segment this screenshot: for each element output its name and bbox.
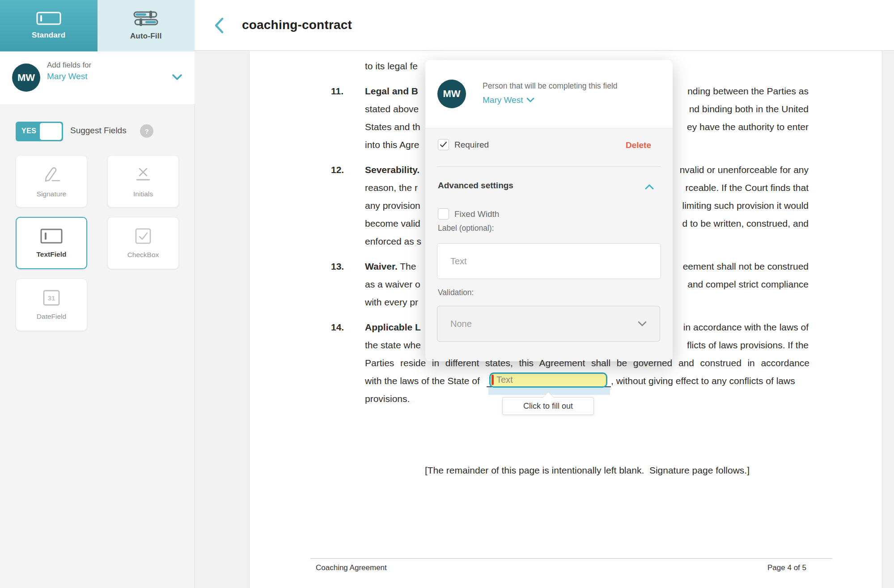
document-line: provisions. — [365, 393, 410, 404]
document-viewer: Text Click to fill out [The remainder of… — [195, 51, 894, 588]
page-footer-right: Page 4 of 5 — [767, 563, 806, 572]
required-checkbox[interactable] — [438, 139, 449, 150]
document-line: stated above — [365, 104, 419, 114]
sidebar: Standard Auto-Fill MW Add fiel — [0, 0, 195, 588]
document-line: States and th — [365, 122, 420, 132]
label-optional-caption: Label (optional): — [438, 224, 494, 233]
signer-selector[interactable]: MW Add fields for Mary West — [0, 51, 195, 104]
text-cursor — [491, 375, 494, 385]
tab-auto-fill[interactable]: Auto-Fill — [97, 0, 195, 51]
document-line: nd binding both in the United — [689, 104, 809, 114]
document-line: 14.Applicable L — [331, 322, 421, 332]
field-button-initials[interactable]: Initials — [107, 155, 179, 207]
tab-auto-fill-label: Auto-Fill — [130, 32, 162, 41]
document-line: nding between the Parties as — [687, 86, 809, 96]
avatar: MW — [12, 63, 40, 92]
tab-standard-label: Standard — [32, 31, 65, 40]
page-footer-left: Coaching Agreement — [316, 563, 387, 572]
field-button-label: Initials — [133, 190, 153, 198]
page-footer-divider — [310, 558, 832, 559]
required-label: Required — [454, 140, 489, 150]
document-line: 13.Waiver. The — [331, 261, 416, 271]
field-button-label: CheckBox — [127, 251, 159, 259]
field-button-label: TextField — [37, 250, 67, 258]
document-line: flicts of laws provisions. If the — [687, 340, 809, 350]
label-input[interactable]: Text — [437, 243, 661, 279]
document-line: 11.Legal and B — [331, 86, 418, 96]
assignee-label: Person that will be completing this fiel… — [483, 81, 618, 91]
field-button-label: Signature — [37, 190, 66, 198]
toggle-state-label: YES — [21, 127, 37, 135]
document-line: rceable. If the Court finds that — [686, 182, 809, 193]
field-tooltip: Click to fill out — [502, 397, 594, 415]
avatar: MW — [437, 80, 466, 108]
chevron-down-icon — [638, 319, 647, 329]
document-line: to its legal fe — [365, 61, 418, 71]
document-line: become valid — [365, 218, 420, 228]
validation-select-value: None — [450, 319, 472, 329]
back-chevron-icon[interactable] — [214, 17, 225, 36]
document-line: reason, the r — [365, 182, 418, 193]
document-line: into this Agre — [365, 140, 419, 150]
document-page: Text Click to fill out [The remainder of… — [249, 51, 882, 588]
tab-standard[interactable]: Standard — [0, 0, 97, 51]
document-line: as a waiver o — [365, 279, 420, 289]
sliders-icon — [133, 11, 158, 28]
document-line: in accordance with the laws of — [683, 322, 809, 332]
chevron-down-icon — [526, 95, 534, 105]
document-line: eement shall not be construed — [683, 261, 809, 271]
document-line: limiting such provision it would — [682, 200, 809, 211]
field-button-textfield[interactable]: TextField — [16, 217, 87, 269]
document-line: enforced as s — [365, 236, 421, 246]
divider — [437, 166, 661, 167]
field-button-signature[interactable]: Signature — [16, 155, 87, 207]
document-line: d to be written, construed, and — [682, 218, 809, 228]
delete-button[interactable]: Delete — [626, 140, 651, 150]
textfield-icon — [36, 12, 61, 27]
suggest-fields-toggle[interactable]: YES — [16, 122, 63, 141]
toggle-knob — [40, 123, 62, 140]
document-text-field-value: Text — [496, 375, 513, 385]
document-text-field[interactable]: Text — [489, 372, 607, 388]
checkbox-icon — [134, 228, 153, 246]
document-line: Parties reside in different states, this… — [365, 358, 809, 368]
top-bar: coaching-contract — [195, 0, 894, 51]
suggest-fields-label: Suggest Fields — [70, 126, 127, 135]
field-button-checkbox[interactable]: CheckBox — [107, 217, 179, 269]
field-tooltip-label: Click to fill out — [523, 402, 573, 411]
popup-header: MW Person that will be completing this f… — [425, 60, 673, 128]
assignee-name: Mary West — [483, 95, 523, 105]
document-line: 12.Severability. — [331, 165, 419, 175]
tooltip-caret — [543, 392, 554, 398]
field-button-datefield[interactable]: 31 DateField — [16, 279, 87, 331]
chevron-up-icon[interactable] — [645, 183, 654, 191]
validation-caption: Validation: — [438, 288, 474, 297]
field-settings-popup: MW Person that will be completing this f… — [425, 60, 673, 361]
document-line: , without giving effect to any conflicts… — [611, 376, 795, 386]
datefield-icon: 31 — [42, 289, 61, 308]
document-line: the state whe — [365, 340, 421, 350]
label-input-value: Text — [450, 256, 467, 267]
fixed-width-checkbox[interactable] — [438, 208, 449, 220]
app-window: Standard Auto-Fill MW Add fiel — [0, 0, 894, 588]
document-line: and compel strict compliance — [687, 279, 809, 289]
document-line: with the laws of the State of — [365, 376, 480, 386]
advanced-settings-toggle[interactable]: Advanced settings — [438, 181, 513, 190]
signer-name: Mary West — [47, 72, 87, 81]
chevron-down-icon — [172, 74, 182, 82]
field-button-label: DateField — [37, 313, 66, 321]
remainder-text: [The remainder of this page is intention… — [365, 465, 809, 476]
document-line: with every pr — [365, 297, 418, 307]
textfield-icon — [40, 228, 63, 246]
document-line: ey have the authority to enter — [687, 122, 809, 132]
page-title: coaching-contract — [242, 18, 352, 32]
sidebar-tabs: Standard Auto-Fill — [0, 0, 195, 51]
svg-text:31: 31 — [48, 294, 55, 302]
signature-icon — [41, 165, 62, 186]
add-fields-label: Add fields for — [47, 61, 91, 70]
help-icon[interactable]: ? — [140, 124, 153, 138]
fixed-width-label: Fixed Width — [454, 209, 499, 219]
document-line: any provision — [365, 200, 420, 211]
validation-select[interactable]: None — [437, 306, 660, 342]
assignee-dropdown[interactable]: Mary West — [483, 95, 534, 105]
